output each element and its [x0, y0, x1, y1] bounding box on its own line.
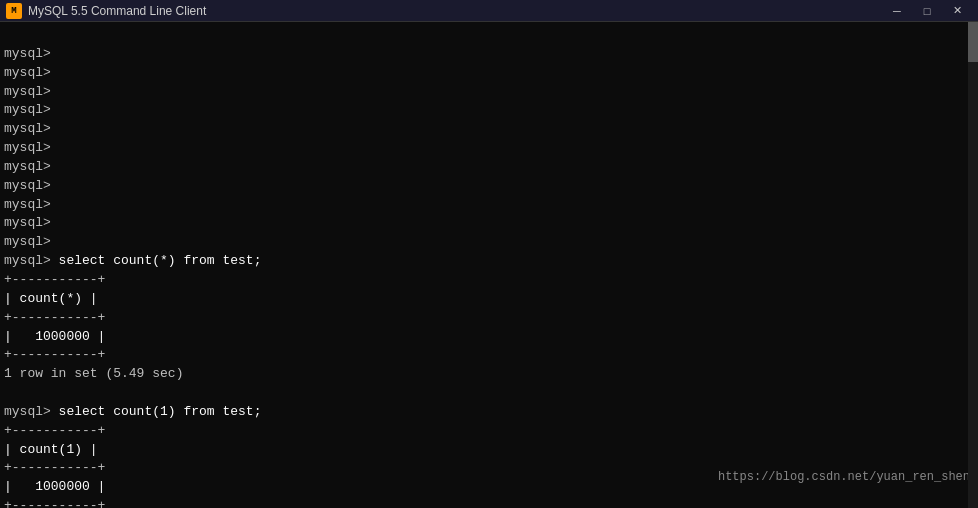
empty-prompt-3: mysql> [4, 84, 51, 99]
empty-prompt-6: mysql> [4, 140, 51, 155]
query1-col-header: | count(*) | [4, 291, 98, 306]
query2-command: select count(1) from test; [59, 404, 262, 419]
query2-prompt: mysql> select count(1) from test; [4, 404, 261, 419]
app-icon: M [6, 3, 22, 19]
close-button[interactable]: ✕ [942, 0, 972, 22]
title-bar: M MySQL 5.5 Command Line Client ─ □ ✕ [0, 0, 978, 22]
empty-prompt-8: mysql> [4, 178, 51, 193]
query1-command: select count(*) from test; [59, 253, 262, 268]
scrollbar-thumb[interactable] [968, 22, 978, 62]
query2-col-value: | 1000000 | [4, 479, 105, 494]
query2-table-mid: +-----------+ [4, 460, 105, 475]
query1-table-top: +-----------+ [4, 272, 105, 287]
query1-table-bot: +-----------+ [4, 347, 105, 362]
maximize-button[interactable]: □ [912, 0, 942, 22]
empty-prompt-9: mysql> [4, 197, 51, 212]
empty-prompt-10: mysql> [4, 215, 51, 230]
query2-col-header: | count(1) | [4, 442, 98, 457]
empty-prompt-5: mysql> [4, 121, 51, 136]
query1-col-value: | 1000000 | [4, 329, 105, 344]
empty-prompt-11: mysql> [4, 234, 51, 249]
window-title: MySQL 5.5 Command Line Client [28, 4, 206, 18]
window-controls: ─ □ ✕ [882, 0, 972, 22]
query1-result: 1 row in set (5.49 sec) [4, 366, 183, 381]
watermark: https://blog.csdn.net/yuan_ren_shen [718, 470, 970, 484]
empty-prompt-4: mysql> [4, 102, 51, 117]
empty-prompt-7: mysql> [4, 159, 51, 174]
title-bar-left: M MySQL 5.5 Command Line Client [6, 3, 206, 19]
empty-prompt-1: mysql> [4, 46, 51, 61]
empty-prompt-2: mysql> [4, 65, 51, 80]
query2-table-bot: +-----------+ [4, 498, 105, 508]
query1-prompt: mysql> select count(*) from test; [4, 253, 261, 268]
scrollbar[interactable] [968, 22, 978, 508]
minimize-button[interactable]: ─ [882, 0, 912, 22]
query2-table-top: +-----------+ [4, 423, 105, 438]
terminal-window[interactable]: mysql> mysql> mysql> mysql> mysql> mysql… [0, 22, 978, 508]
query1-table-mid: +-----------+ [4, 310, 105, 325]
terminal-output: mysql> mysql> mysql> mysql> mysql> mysql… [4, 26, 974, 508]
